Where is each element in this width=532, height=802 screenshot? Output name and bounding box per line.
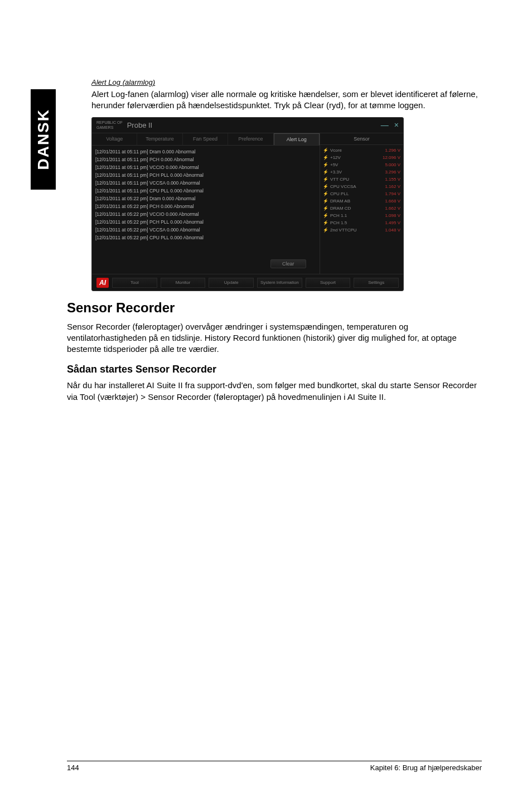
sensor-row: ⚡Vcore1.296 V <box>322 147 401 154</box>
sensor-name: +3.3V <box>330 170 383 175</box>
logo-line1: REPUBLIC OF <box>96 120 123 125</box>
log-line: [12/01/2011 at 05:22 pm] VCCSA 0.000 Abn… <box>95 226 316 234</box>
sensor-row: ⚡VTT CPU1.155 V <box>322 176 401 183</box>
sensor-name: DRAM CD <box>330 206 383 211</box>
tab-alertlog[interactable]: Alert Log <box>274 133 320 145</box>
log-line: [12/01/2011 at 05:22 pm] PCH 0.000 Abnor… <box>95 202 316 210</box>
sensor-row: ⚡+3.3V3.296 V <box>322 168 401 176</box>
sensor-name: VTT CPU <box>330 177 383 182</box>
sensor-value: 1.098 V <box>385 213 400 218</box>
sensor-value: 1.296 V <box>385 148 400 153</box>
sensor-recorder-heading: Sensor Recorder <box>67 300 482 316</box>
alert-log-text: Alert Log-fanen (alarmlog) viser alle no… <box>91 89 482 112</box>
chapter-label: Kapitel 6: Brug af hjælperedskaber <box>370 764 482 772</box>
sensor-recorder-h3: Sådan startes Sensor Recorder <box>67 364 482 375</box>
left-panel: Voltage Temperature Fan Speed Preference… <box>92 133 320 274</box>
log-line: [12/01/2011 at 05:22 pm] PCH PLL 0.000 A… <box>95 218 316 226</box>
bottom-btn-tool[interactable]: Tool <box>112 278 157 288</box>
sensor-row: ⚡CPU PLL1.794 V <box>322 190 401 197</box>
sensor-value: 1.794 V <box>385 191 400 196</box>
sensor-row: ⚡PCH 1.51.495 V <box>322 219 401 226</box>
alert-log-heading: Alert Log (alarmlog) <box>91 78 482 86</box>
sensor-recorder-p1: Sensor Recorder (føleroptager) overvåger… <box>67 321 482 355</box>
bolt-icon: ⚡ <box>323 191 328 196</box>
log-line: [12/01/2011 at 05:11 pm] PCH PLL 0.000 A… <box>95 171 316 179</box>
bottom-btn-update[interactable]: Update <box>209 278 254 288</box>
sensor-name: DRAM AB <box>330 199 383 204</box>
sensor-recorder-p2: Når du har installeret AI Suite II fra s… <box>67 380 482 403</box>
bottom-btn-monitor[interactable]: Monitor <box>161 278 206 288</box>
sensor-name: PCH 1.5 <box>330 220 383 225</box>
sensor-value: 1.048 V <box>385 228 400 233</box>
sensor-value: 12.096 V <box>383 155 400 160</box>
sensor-name: +5V <box>330 162 383 167</box>
log-line: [12/01/2011 at 05:22 pm] CPU PLL 0.000 A… <box>95 234 316 241</box>
page-footer: 144 Kapitel 6: Brug af hjælperedskaber <box>67 761 482 772</box>
tab-temperature[interactable]: Temperature <box>137 133 182 145</box>
sensor-value: 3.296 V <box>385 170 400 175</box>
bottom-toolbar: AI Tool Monitor Update System Informatio… <box>92 274 403 291</box>
sensor-name: 2nd VTTCPU <box>330 228 383 233</box>
bolt-icon: ⚡ <box>323 155 328 160</box>
clear-button[interactable]: Clear <box>270 259 306 268</box>
probe2-screenshot: REPUBLIC OF GAMERS Probe II — × Voltage … <box>91 117 404 291</box>
sensor-name: Vcore <box>330 148 383 153</box>
tab-row: Voltage Temperature Fan Speed Preference… <box>92 133 320 146</box>
bolt-icon: ⚡ <box>323 148 328 153</box>
sensor-row: ⚡+12V12.096 V <box>322 154 401 161</box>
side-language-label: DANSK <box>35 109 52 170</box>
bolt-icon: ⚡ <box>323 206 328 211</box>
sensor-name: +12V <box>330 155 381 160</box>
bolt-icon: ⚡ <box>323 170 328 175</box>
bolt-icon: ⚡ <box>323 177 328 182</box>
log-line: [12/01/2011 at 05:11 pm] VCCIO 0.000 Abn… <box>95 163 316 171</box>
sensor-value: 1.155 V <box>385 177 400 182</box>
window-title: Probe II <box>127 121 153 129</box>
bottom-btn-settings[interactable]: Settings <box>354 278 399 288</box>
sensor-header: Sensor <box>320 133 403 145</box>
sensor-row: ⚡DRAM CD1.662 V <box>322 205 401 212</box>
app-logo: REPUBLIC OF GAMERS <box>96 120 123 130</box>
ai-suite-logo: AI <box>96 278 109 288</box>
sensor-value: 1.162 V <box>385 184 400 189</box>
right-panel: Sensor ⚡Vcore1.296 V ⚡+12V12.096 V ⚡+5V5… <box>320 133 403 274</box>
sensor-value: 5.000 V <box>385 162 400 167</box>
page-number: 144 <box>67 764 79 772</box>
log-line: [12/01/2011 at 05:11 pm] CPU PLL 0.000 A… <box>95 187 316 195</box>
bolt-icon: ⚡ <box>323 220 328 225</box>
sensor-name: CPU VCCSA <box>330 184 383 189</box>
tab-preference[interactable]: Preference <box>228 133 273 145</box>
sensor-value: 1.495 V <box>385 220 400 225</box>
side-language-tab: DANSK <box>31 89 56 190</box>
log-line: [12/01/2011 at 05:11 pm] VCCSA 0.000 Abn… <box>95 179 316 187</box>
minimize-icon[interactable]: — <box>381 120 389 129</box>
sensor-row: ⚡PCH 1.11.098 V <box>322 212 401 219</box>
bolt-icon: ⚡ <box>323 184 328 189</box>
tab-fanspeed[interactable]: Fan Speed <box>183 133 228 145</box>
sensor-row: ⚡+5V5.000 V <box>322 161 401 168</box>
sensor-row: ⚡2nd VTTCPU1.048 V <box>322 226 401 234</box>
tab-voltage[interactable]: Voltage <box>92 133 137 145</box>
bottom-btn-support[interactable]: Support <box>306 278 351 288</box>
bolt-icon: ⚡ <box>323 228 328 233</box>
bottom-btn-sysinfo[interactable]: System Information <box>257 278 302 288</box>
sensor-row: ⚡DRAM AB1.668 V <box>322 197 401 205</box>
log-line: [12/01/2011 at 05:11 pm] Dram 0.000 Abno… <box>95 148 316 156</box>
sensor-name: PCH 1.1 <box>330 213 383 218</box>
bolt-icon: ⚡ <box>323 213 328 218</box>
logo-line2: GAMERS <box>96 125 123 130</box>
bolt-icon: ⚡ <box>323 162 328 167</box>
log-line: [12/01/2011 at 05:22 pm] Dram 0.000 Abno… <box>95 195 316 202</box>
sensor-value: 1.668 V <box>385 199 400 204</box>
log-line: [12/01/2011 at 05:11 pm] PCH 0.000 Abnor… <box>95 156 316 163</box>
log-line: [12/01/2011 at 05:22 pm] VCCIO 0.000 Abn… <box>95 210 316 218</box>
sensor-name: CPU PLL <box>330 191 383 196</box>
alert-log-list: [12/01/2011 at 05:11 pm] Dram 0.000 Abno… <box>92 146 320 274</box>
bolt-icon: ⚡ <box>323 199 328 204</box>
close-icon[interactable]: × <box>394 120 399 129</box>
window-titlebar: REPUBLIC OF GAMERS Probe II — × <box>92 118 403 133</box>
sensor-list: ⚡Vcore1.296 V ⚡+12V12.096 V ⚡+5V5.000 V … <box>320 145 403 274</box>
sensor-row: ⚡CPU VCCSA1.162 V <box>322 183 401 190</box>
sensor-value: 1.662 V <box>385 206 400 211</box>
